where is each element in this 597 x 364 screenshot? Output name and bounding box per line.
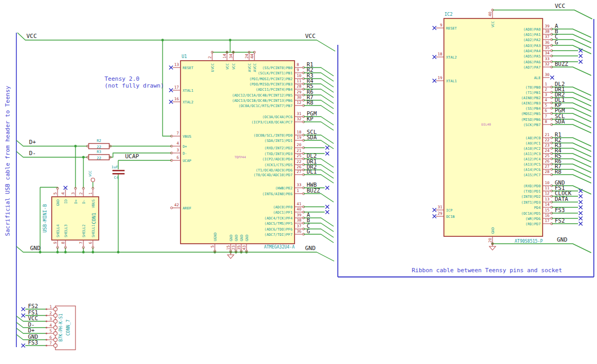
note-text: B7K-PH-K-S1 xyxy=(59,313,63,341)
text-label: (ICP3/CLK0/OC4A)PC7 xyxy=(251,120,292,124)
noconnect-x-icon xyxy=(433,215,437,218)
text-label: GND xyxy=(234,235,239,241)
text-label: 1 xyxy=(297,188,299,193)
text-label: GND xyxy=(229,235,233,241)
text-label: (MISO)PB6 xyxy=(521,118,541,122)
text-label: 38 xyxy=(297,218,302,223)
net-label-DL1: DL1 xyxy=(307,168,317,175)
text-label: (XCK1/CTS)PD5 xyxy=(264,163,292,167)
text-label: 38 xyxy=(545,29,550,34)
text-label: ID xyxy=(64,199,68,204)
text-label: (SCK)PB7 xyxy=(523,123,541,127)
ic2-value: AT90S8515-P xyxy=(515,239,543,244)
text-label: 10 xyxy=(545,180,550,185)
text-label: (A11)PC3 xyxy=(523,152,541,156)
text-label: XTAL1 xyxy=(446,79,457,83)
text-label: 1 xyxy=(88,192,93,195)
text-label: (TXD)PD1 xyxy=(523,189,541,194)
text-label: D- xyxy=(183,151,187,156)
noconnect-x-icon xyxy=(579,200,583,204)
text-label: (HWB)PE2 xyxy=(275,186,292,190)
note-text: CONN_7 xyxy=(65,320,71,336)
text-label: (A10)PC2 xyxy=(523,147,541,151)
junction-dot xyxy=(117,251,120,254)
text-label: (SS)PB4 xyxy=(525,107,541,111)
text-label: (A15)PC7 xyxy=(523,173,541,177)
text-label: 42 xyxy=(174,203,179,207)
text-label: 2 xyxy=(79,192,83,195)
net-label-GND: GND xyxy=(557,236,567,243)
noconnect-x-icon xyxy=(551,76,554,80)
noconnect-x-icon xyxy=(579,206,583,209)
junction-dot xyxy=(74,145,77,148)
text-label: 2 xyxy=(207,56,212,59)
capacitor-c4: 1uFC4 xyxy=(111,165,125,180)
text-label: 37 xyxy=(297,224,301,228)
text-label: VBUS xyxy=(91,199,96,208)
text-label: (ADC1)PF1 xyxy=(273,210,292,215)
note-text: (not fully drawn) xyxy=(105,82,164,89)
text-label: 21 xyxy=(297,148,301,153)
text-label: 26 xyxy=(545,159,550,164)
text-label: (SCLK/PCINT1)PB1 xyxy=(258,71,292,75)
text-label: (ADC12/OC1A/OC4B/PCINT12)PB5 xyxy=(232,93,292,98)
text-label: XTAL2 xyxy=(446,55,457,60)
conn7-pin-4: 4D- xyxy=(16,321,57,330)
conn7-pin-1: 1FS2 xyxy=(22,303,58,311)
note-text: USB-MINI-B xyxy=(42,204,48,233)
text-label: 13 xyxy=(174,62,179,67)
text-label: (T0)PB0 xyxy=(525,85,541,90)
text-label: 5 xyxy=(50,329,52,333)
text-label: 31 xyxy=(438,205,442,209)
text-label: (AD1)PA1 xyxy=(523,33,541,37)
text-label: (A14)PC6 xyxy=(523,168,541,172)
text-label: 19 xyxy=(297,135,301,140)
noconnect-x-icon xyxy=(433,79,437,83)
text-label: 5 xyxy=(53,192,58,195)
text-label: VCC xyxy=(232,63,236,70)
text-label: 12 xyxy=(297,100,301,105)
text-label: 40 xyxy=(297,207,302,212)
text-label: AVCC xyxy=(248,63,252,72)
text-label: 2 xyxy=(545,87,547,92)
text-label: 17 xyxy=(174,85,179,90)
text-label: 39 xyxy=(297,213,301,217)
text-label: GND xyxy=(491,227,495,234)
text-label: GND xyxy=(56,199,60,206)
text-label: 10 xyxy=(297,73,302,78)
ground-icon xyxy=(489,244,496,250)
text-label: (A9)PC1 xyxy=(525,141,541,146)
text-label: RESET xyxy=(183,66,193,70)
text-label: 9 xyxy=(440,23,442,27)
text-label: 6 xyxy=(545,108,547,113)
text-label: (AIN0)PB2 xyxy=(521,96,541,100)
text-label: (AD0)PA0 xyxy=(523,27,541,32)
net-label-FS3: FS3 xyxy=(28,339,38,346)
junction-dot xyxy=(64,251,67,254)
text-label: (RXD)PD0 xyxy=(523,184,541,188)
text-label: 6 xyxy=(176,155,179,160)
noconnect-x-icon xyxy=(433,208,437,212)
text-label: (AIN1)PB3 xyxy=(521,101,541,106)
text-label: VBUS xyxy=(183,135,191,139)
junction-dot xyxy=(162,39,164,42)
noconnect-x-icon xyxy=(326,186,329,190)
noconnect-x-icon xyxy=(579,60,583,64)
text-label: 4 xyxy=(545,98,547,102)
text-label: (ADC0)PF0 xyxy=(273,205,292,209)
net-label-VCC: VCC xyxy=(28,315,38,321)
text-label: 3 xyxy=(545,92,547,97)
junction-dot xyxy=(82,156,85,159)
text-label: 30 xyxy=(297,95,302,100)
text-label: VCC xyxy=(491,21,495,27)
text-label: 5 xyxy=(210,245,215,248)
text-label: 24 xyxy=(545,148,550,153)
text-label: OC1B xyxy=(446,215,454,219)
text-label: 8 xyxy=(545,119,547,124)
ic2-footprint: DIL40 xyxy=(481,122,491,126)
net-label-UCAP: UCAP xyxy=(125,153,139,160)
text-label: 14 xyxy=(545,202,550,207)
text-label: (AD6)PA6 xyxy=(523,60,541,64)
note-text: Teensy 2.0 xyxy=(105,75,139,82)
text-label: 24 xyxy=(244,53,249,59)
